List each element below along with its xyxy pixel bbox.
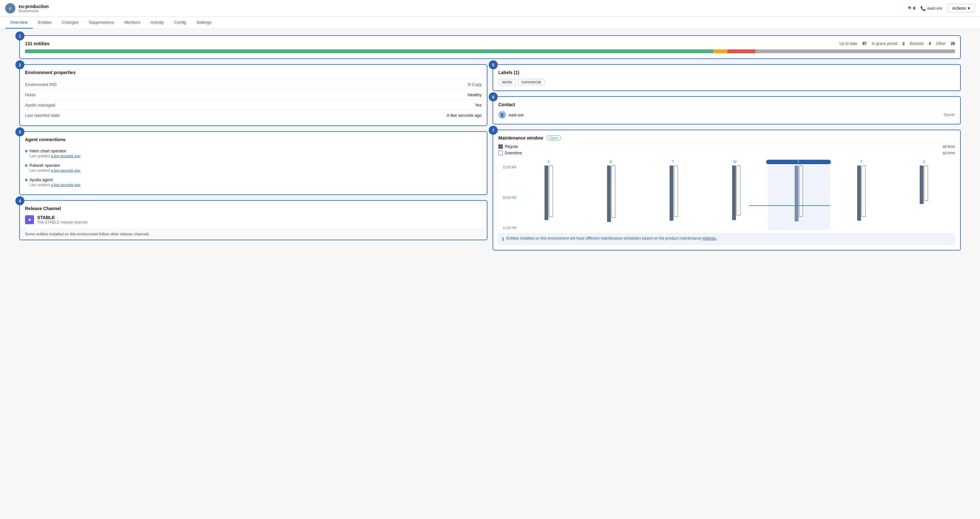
agent-apollo-label: Apollo agent xyxy=(30,177,52,182)
agent-apollo-name: Apollo agent xyxy=(25,177,482,182)
chart-day-1: M xyxy=(580,160,642,164)
step-7-circle: 7 xyxy=(489,126,498,135)
agent-apollo: Apollo agent Last updated a few seconds … xyxy=(25,175,482,189)
progress-other xyxy=(755,49,955,53)
agent-palantir-name: Palantir operator xyxy=(25,163,482,168)
label-commercial: commercial xyxy=(518,79,544,85)
step-1-circle: 1 xyxy=(15,32,24,40)
nav-overview[interactable]: Overview xyxy=(5,17,33,29)
agent-palantir-link[interactable]: a few seconds ago xyxy=(51,169,81,172)
main-nav: Overview Entities Changes Suppressions M… xyxy=(0,17,980,29)
chart-day-3: W xyxy=(704,160,766,164)
nav-config[interactable]: Config xyxy=(169,17,191,29)
entities-stats: Up to date 97 In grace period 2 Blocked … xyxy=(840,41,955,46)
chart-col-0 xyxy=(517,166,579,230)
stat-other-label: Other xyxy=(936,41,946,46)
chart-col-2 xyxy=(643,166,705,230)
agent-palantir: Palantir operator Last updated a few sec… xyxy=(25,161,482,175)
stat-blocked-label: Blocked xyxy=(910,41,924,46)
maintenance-header: Maintenance window Open xyxy=(498,135,955,140)
release-desc: The STABLE release channel xyxy=(37,220,88,224)
chart-col-5 xyxy=(830,166,892,230)
header-right: ⚑ 8 📞 east-sre Actions ▾ xyxy=(907,4,975,13)
header-contact-name: east-sre xyxy=(927,6,942,11)
labels-container: sector commercial xyxy=(498,79,955,85)
chevron-down-icon: ▾ xyxy=(968,6,970,11)
maintenance-info-link[interactable]: settings. xyxy=(702,236,717,240)
legend-downtime-box xyxy=(498,151,503,155)
app-subtitle: Environment xyxy=(19,9,49,13)
nav-suppressions[interactable]: Suppressions xyxy=(84,17,119,29)
chart-col-6 xyxy=(893,166,955,230)
step-6-circle: 6 xyxy=(489,92,498,101)
nav-monitors[interactable]: Monitors xyxy=(119,17,146,29)
prop-rid-label: Environment RID xyxy=(25,82,57,87)
agent-palantir-dot xyxy=(25,164,27,167)
prop-apollo-label: Apollo managed xyxy=(25,103,55,107)
maintenance-title: Maintenance window xyxy=(498,135,543,140)
step-3-circle: 3 xyxy=(15,127,24,136)
step-5-circle: 5 xyxy=(489,60,498,69)
prop-reported-value: A few seconds ago xyxy=(447,113,482,118)
actions-button[interactable]: Actions ▾ xyxy=(947,4,975,13)
main-content: 1 131 entities Up to date 97 In grace pe… xyxy=(0,29,980,262)
agent-apollo-link[interactable]: a few seconds ago xyxy=(51,183,81,187)
label-sector: sector xyxy=(498,79,516,85)
contact-row: 👤 east-sre Owner xyxy=(498,111,955,119)
nav-changes[interactable]: Changes xyxy=(57,17,84,29)
entities-title: 131 entities xyxy=(25,41,49,46)
chart-day-5: F xyxy=(831,160,893,164)
env-properties-card: 2 Environment properties Environment RID… xyxy=(19,64,487,126)
release-icon: ■ xyxy=(25,215,34,224)
progress-red xyxy=(727,49,755,53)
app-avatar: e xyxy=(5,3,15,13)
copy-button[interactable]: ⧉ Copy xyxy=(468,82,482,87)
flag-badge[interactable]: ⚑ 8 xyxy=(907,5,915,11)
maintenance-info-text: Entities installed on this environment w… xyxy=(506,236,717,240)
agent-apollo-updated: Last updated a few seconds ago xyxy=(30,183,482,187)
stat-grace-val: 2 xyxy=(903,41,905,46)
nav-entities[interactable]: Entities xyxy=(33,17,57,29)
phone-icon: 📞 xyxy=(920,6,926,11)
prop-reported: Last reported state A few seconds ago xyxy=(25,110,482,120)
agent-palantir-updated: Last updated a few seconds ago xyxy=(30,169,482,172)
flag-count: 8 xyxy=(913,6,915,11)
agent-helm: Helm chart operator Last updated a few s… xyxy=(25,146,482,161)
chart-label-2pm: 02:00 PM xyxy=(503,196,516,199)
legend-regular: Regular all-time xyxy=(498,144,955,149)
legend-regular-val: all-time xyxy=(942,144,955,149)
prop-rid-value: ⧉ Copy xyxy=(468,82,482,87)
contact-card: 6 Contact 👤 east-sre Owner xyxy=(493,96,961,124)
legend-regular-left: Regular xyxy=(498,144,518,149)
release-channel-card: 4 Release Channel ■ STABLE The STABLE re… xyxy=(19,200,487,240)
labels-card: 5 Labels (1) sector commercial xyxy=(493,64,961,91)
entities-card: 1 131 entities Up to date 97 In grace pe… xyxy=(19,35,961,59)
prop-rid: Environment RID ⧉ Copy xyxy=(25,79,482,89)
progress-orange xyxy=(713,49,727,53)
two-col-layout: 2 Environment properties Environment RID… xyxy=(19,64,961,250)
release-channel-content: ■ STABLE The STABLE release channel xyxy=(25,215,482,224)
actions-label: Actions xyxy=(952,6,966,11)
labels-title: Labels (1) xyxy=(498,70,955,75)
chart-grid: 12:00 AM 02:00 PM 11:59 PM xyxy=(498,166,955,230)
maintenance-status-badge: Open xyxy=(546,135,561,140)
nav-settings[interactable]: Settings xyxy=(191,17,216,29)
chart-day-6: S xyxy=(893,160,955,164)
chart-day-0: S xyxy=(517,160,580,164)
maintenance-info-box: ℹ Entities installed on this environment… xyxy=(498,233,955,245)
app-name: eu-production xyxy=(19,4,49,9)
agent-helm-link[interactable]: a few seconds ago xyxy=(51,154,81,158)
copy-label: Copy xyxy=(472,82,482,87)
info-icon: ℹ xyxy=(502,236,504,242)
left-column: 2 Environment properties Environment RID… xyxy=(19,64,487,250)
nav-activity[interactable]: Activity xyxy=(146,17,169,29)
release-info: STABLE The STABLE release channel xyxy=(37,215,88,224)
legend-downtime-left: Downtime xyxy=(498,151,522,155)
release-name: STABLE xyxy=(37,215,88,220)
agent-palantir-label: Palantir operator xyxy=(30,163,60,168)
chart-days: S M T W T F S xyxy=(517,160,955,164)
agent-helm-dot xyxy=(25,150,27,152)
right-column: 5 Labels (1) sector commercial 6 Contact… xyxy=(493,64,961,250)
contact-chip[interactable]: 📞 east-sre xyxy=(920,6,942,11)
prop-hosts: Hosts Healthy xyxy=(25,89,482,100)
